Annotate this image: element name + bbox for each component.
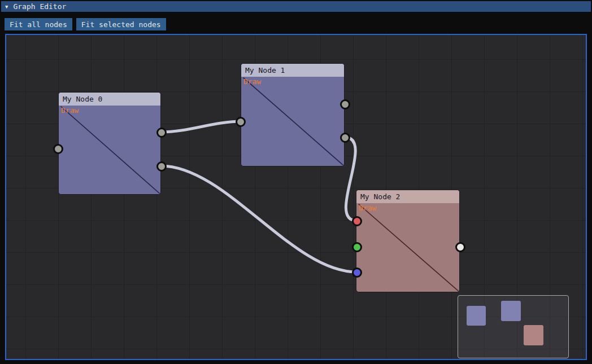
node-editor-canvas[interactable]: My Node 0 Draw My Node 1 Draw My Node 2 <box>5 34 587 360</box>
link-node1-out1-to-node2-red[interactable] <box>345 137 356 221</box>
node-header[interactable]: My Node 2 <box>356 190 459 203</box>
node-my-node-2[interactable]: My Node 2 Draw <box>356 190 460 292</box>
toolbar: Fit all nodes Fit selected nodes <box>5 18 166 30</box>
minimap-node-1 <box>501 301 521 321</box>
node-title: My Node 2 <box>360 192 400 201</box>
node0-input-pin[interactable] <box>53 144 63 154</box>
draw-label: Draw <box>359 204 376 212</box>
node-diagonal-line <box>241 77 344 166</box>
minimap-node-0 <box>467 306 486 326</box>
minimap-node-2 <box>524 325 543 345</box>
node0-output-pin-1[interactable] <box>156 161 167 172</box>
node2-input-pin-green[interactable] <box>352 242 362 252</box>
node-header[interactable]: My Node 1 <box>241 64 344 77</box>
node-body: Draw <box>241 77 344 166</box>
node1-output-pin-1[interactable] <box>340 133 350 143</box>
node2-input-pin-red[interactable] <box>352 216 362 226</box>
node-body: Draw <box>356 203 459 292</box>
window-title: Graph Editor <box>13 2 66 11</box>
node-my-node-1[interactable]: My Node 1 Draw <box>241 63 345 166</box>
node-diagonal-line <box>356 203 459 292</box>
node-title: My Node 1 <box>245 66 285 74</box>
node-title: My Node 0 <box>63 95 102 103</box>
node-body: Draw <box>59 106 160 194</box>
draw-label: Draw <box>243 77 261 86</box>
minimap[interactable] <box>458 295 569 358</box>
node-header[interactable]: My Node 0 <box>59 93 160 106</box>
collapse-arrow-icon[interactable]: ▼ <box>5 4 8 10</box>
node-diagonal-line <box>59 106 160 194</box>
link-node0-out1-to-node2-blue[interactable] <box>161 166 356 272</box>
window-titlebar[interactable]: ▼ Graph Editor <box>1 1 591 12</box>
fit-selected-nodes-button[interactable]: Fit selected nodes <box>76 18 166 30</box>
node1-output-pin-0[interactable] <box>340 99 350 109</box>
fit-all-nodes-button[interactable]: Fit all nodes <box>5 18 72 30</box>
node1-input-pin[interactable] <box>236 117 246 127</box>
node-my-node-0[interactable]: My Node 0 Draw <box>58 92 161 195</box>
link-node0-out0-to-node1-in[interactable] <box>161 121 242 132</box>
node2-input-pin-blue[interactable] <box>352 267 362 278</box>
draw-label: Draw <box>61 106 79 115</box>
node0-output-pin-0[interactable] <box>156 128 167 138</box>
node2-output-pin[interactable] <box>455 242 465 252</box>
